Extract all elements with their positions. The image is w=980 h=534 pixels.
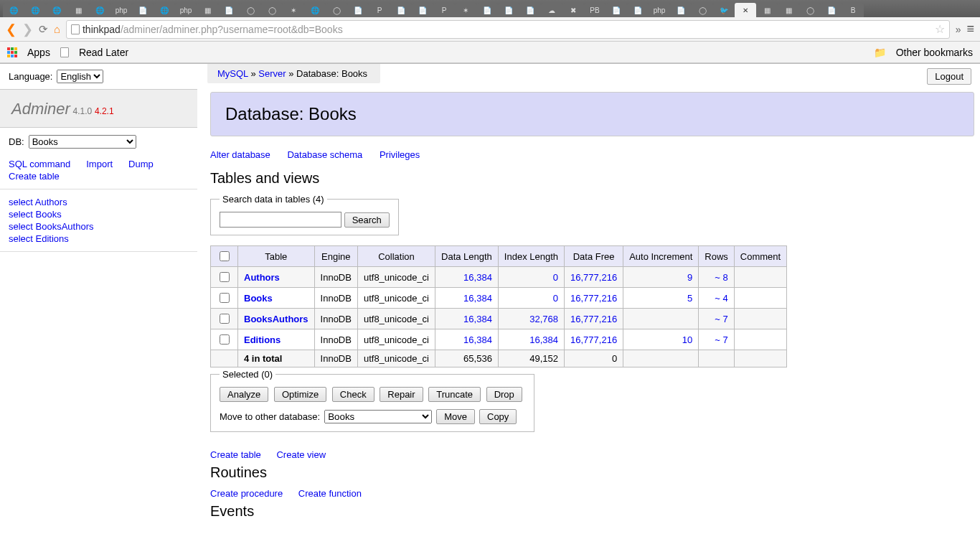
breadcrumb-server[interactable]: Server	[258, 68, 286, 79]
cell-rows[interactable]: ~ 8	[715, 272, 727, 283]
truncate-button[interactable]: Truncate	[428, 387, 481, 402]
create-procedure-link[interactable]: Create procedure	[210, 488, 283, 499]
browser-tab[interactable]: PB	[584, 3, 606, 17]
select-all-checkbox[interactable]	[220, 251, 230, 261]
browser-tab[interactable]: 📄	[218, 3, 240, 17]
row-checkbox[interactable]	[220, 293, 230, 303]
home-icon[interactable]: ⌂	[54, 23, 60, 35]
extensions-icon[interactable]: »	[956, 24, 961, 35]
create-table-link-main[interactable]: Create table	[210, 449, 261, 460]
cell-data-free[interactable]: 16,777,216	[570, 293, 617, 304]
optimize-button[interactable]: Optimize	[274, 387, 326, 402]
browser-tab[interactable]: 📄	[519, 3, 541, 17]
dump-link[interactable]: Dump	[128, 159, 154, 169]
sql-command-link[interactable]: SQL command	[9, 159, 70, 169]
reload-icon[interactable]: ⟳	[39, 23, 48, 36]
browser-tab[interactable]: 🐦	[713, 3, 735, 17]
browser-tab[interactable]: ☁	[541, 3, 562, 17]
sidebar-select-link[interactable]: select Editions	[9, 233, 189, 244]
cell-auto-inc[interactable]: 10	[682, 334, 692, 345]
col-comment[interactable]: Comment	[734, 246, 786, 267]
bookmark-star-icon[interactable]: ☆	[935, 22, 945, 36]
create-function-link[interactable]: Create function	[298, 488, 362, 499]
cell-auto-inc[interactable]: 9	[687, 272, 692, 283]
breadcrumb-mysql[interactable]: MySQL	[217, 68, 248, 79]
table-name-link[interactable]: Authors	[244, 272, 280, 283]
browser-tab[interactable]: ◯	[326, 3, 347, 17]
db-select[interactable]: Books	[29, 135, 136, 149]
browser-tab[interactable]: B	[842, 3, 864, 17]
cell-data-free[interactable]: 16,777,216	[570, 334, 617, 345]
cell-index-length[interactable]: 32,768	[529, 314, 558, 324]
browser-tab[interactable]: 📄	[627, 3, 649, 17]
browser-tab[interactable]: 📄	[132, 3, 154, 17]
browser-tab[interactable]: 📄	[390, 3, 412, 17]
browser-tab[interactable]: 📄	[347, 3, 369, 17]
browser-tab[interactable]: ✶	[455, 3, 476, 17]
cell-index-length[interactable]: 16,384	[529, 334, 558, 345]
table-name-link[interactable]: Books	[244, 293, 273, 304]
cell-data-length[interactable]: 16,384	[463, 272, 492, 283]
col-data-length[interactable]: Data Length	[435, 246, 499, 267]
logout-button[interactable]: Logout	[927, 68, 971, 85]
browser-tab[interactable]: ▦	[778, 3, 799, 17]
col-table[interactable]: Table	[238, 246, 315, 267]
browser-menu-icon[interactable]: ≡	[966, 22, 974, 37]
browser-tab[interactable]: ▦	[67, 3, 89, 17]
forward-icon[interactable]: ❯	[22, 22, 33, 37]
browser-tab[interactable]: 🌐	[24, 3, 46, 17]
cell-data-length[interactable]: 16,384	[463, 314, 492, 324]
create-table-link[interactable]: Create table	[9, 171, 60, 182]
browser-tab[interactable]: 📄	[498, 3, 519, 17]
browser-tab[interactable]: ▦	[197, 3, 218, 17]
cell-index-length[interactable]: 0	[553, 293, 558, 304]
cell-data-free[interactable]: 16,777,216	[570, 314, 617, 324]
browser-tab[interactable]: ✶	[283, 3, 304, 17]
browser-tab[interactable]: ◯	[261, 3, 283, 17]
drop-button[interactable]: Drop	[486, 387, 522, 402]
back-icon[interactable]: ❮	[6, 22, 17, 37]
table-name-link[interactable]: Editions	[244, 334, 281, 345]
sidebar-select-link[interactable]: select BooksAuthors	[9, 221, 189, 232]
browser-tab[interactable]: ◯	[692, 3, 713, 17]
browser-tab[interactable]: ✖	[562, 3, 584, 17]
cell-rows[interactable]: ~ 4	[715, 293, 727, 304]
browser-tab[interactable]: 📄	[821, 3, 842, 17]
copy-button[interactable]: Copy	[479, 409, 517, 424]
create-view-link[interactable]: Create view	[276, 449, 326, 460]
apps-icon[interactable]	[7, 47, 17, 57]
browser-tab[interactable]: ◯	[799, 3, 821, 17]
browser-tab[interactable]: php	[175, 3, 197, 17]
cell-index-length[interactable]: 0	[553, 272, 558, 283]
check-button[interactable]: Check	[332, 387, 374, 402]
browser-tab[interactable]: P	[369, 3, 390, 17]
alter-database-link[interactable]: Alter database	[210, 149, 270, 160]
browser-tab[interactable]: 📄	[670, 3, 692, 17]
sidebar-select-link[interactable]: select Authors	[9, 197, 189, 207]
browser-tab[interactable]: 🌐	[304, 3, 326, 17]
language-select[interactable]: English	[57, 70, 103, 83]
col-auto-increment[interactable]: Auto Increment	[623, 246, 699, 267]
browser-tab[interactable]: ▦	[756, 3, 778, 17]
move-db-select[interactable]: Books	[324, 410, 432, 423]
browser-tab[interactable]: 📄	[412, 3, 433, 17]
table-name-link[interactable]: BooksAuthors	[244, 314, 308, 324]
sidebar-select-link[interactable]: select Books	[9, 209, 189, 220]
col-index-length[interactable]: Index Length	[498, 246, 564, 267]
row-checkbox[interactable]	[220, 314, 230, 324]
col-rows[interactable]: Rows	[699, 246, 735, 267]
brand-latest-version[interactable]: 4.2.1	[95, 106, 114, 116]
cell-data-length[interactable]: 16,384	[463, 293, 492, 304]
cell-rows[interactable]: ~ 7	[715, 334, 727, 345]
cell-auto-inc[interactable]: 5	[687, 293, 692, 304]
col-engine[interactable]: Engine	[314, 246, 357, 267]
browser-tab[interactable]: P	[433, 3, 455, 17]
col-collation[interactable]: Collation	[357, 246, 435, 267]
browser-tab[interactable]: 🌐	[3, 3, 24, 17]
import-link[interactable]: Import	[86, 159, 113, 169]
search-button[interactable]: Search	[344, 212, 390, 228]
cell-data-free[interactable]: 16,777,216	[570, 272, 617, 283]
col-data-free[interactable]: Data Free	[565, 246, 623, 267]
search-input[interactable]	[220, 212, 341, 228]
repair-button[interactable]: Repair	[380, 387, 423, 402]
